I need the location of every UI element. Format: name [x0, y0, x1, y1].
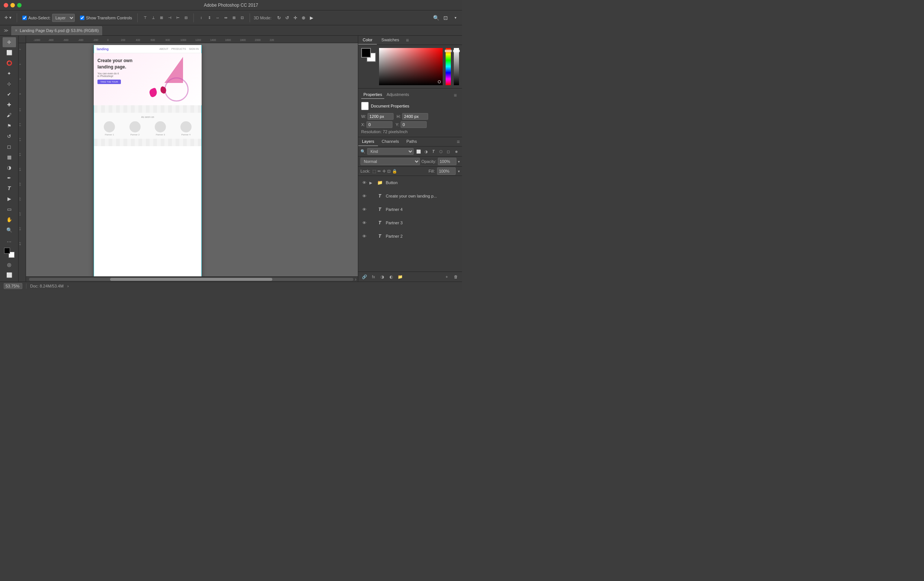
brush-tool-btn[interactable]: 🖌 [3, 110, 16, 120]
tab-properties[interactable]: Properties [361, 91, 384, 99]
new-layer-icon[interactable]: + [444, 273, 450, 280]
layers-list[interactable]: 👁 ▶ 📁 Button 👁 ▶ T Create your own landi… [358, 176, 462, 272]
rect-shape-btn[interactable]: ▭ [3, 204, 16, 214]
filter-type-icon[interactable]: T [430, 148, 437, 155]
pan-icon[interactable]: ✛ [292, 14, 299, 21]
tab-paths[interactable]: Paths [403, 137, 421, 146]
y-input[interactable] [401, 121, 427, 128]
layer-effects-icon[interactable]: fx [370, 273, 377, 280]
color-spectrum-slider[interactable] [446, 48, 451, 85]
lock-paint-icon[interactable]: ✏ [378, 169, 381, 174]
opacity-dropdown[interactable]: ▾ [458, 160, 460, 163]
scale3d-icon[interactable]: ▶ [308, 14, 315, 21]
tab-color[interactable]: Color [358, 36, 377, 45]
dist-left-icon[interactable]: ⇔ [222, 14, 229, 21]
show-transform-checkbox[interactable] [80, 16, 84, 20]
hand-tool-btn[interactable]: ✋ [3, 215, 16, 224]
blend-mode-select[interactable]: Normal Multiply Screen Overlay [360, 158, 420, 165]
dist-hcenter-icon[interactable]: ⊞ [230, 14, 238, 21]
dist-vcenter-icon[interactable]: ⇕ [206, 14, 213, 21]
opacity-input[interactable] [438, 158, 456, 165]
show-transform-label[interactable]: Show Transform Controls [79, 15, 134, 21]
filter-adjust-icon[interactable]: ◑ [422, 148, 429, 155]
lock-artboard-icon[interactable]: ⊡ [387, 169, 391, 174]
orbit-icon[interactable]: ↻ [275, 14, 283, 21]
dist-right-icon[interactable]: ⊡ [238, 14, 246, 21]
adjustment-layer-icon[interactable]: ◐ [388, 273, 395, 280]
layer-visibility-partner3[interactable]: 👁 [361, 220, 367, 226]
lasso-tool-btn[interactable]: ⭕ [3, 58, 16, 68]
clone-tool-btn[interactable]: ⚑ [3, 121, 16, 131]
layer-visibility-partner2[interactable]: 👁 [361, 233, 367, 239]
horizontal-scrollbar[interactable]: › [26, 276, 358, 282]
x-input[interactable] [366, 121, 393, 128]
lock-position-icon[interactable]: ✛ [383, 169, 386, 174]
color-panel-menu[interactable]: ≡ [404, 36, 411, 44]
path-selection-btn[interactable]: ▶ [3, 194, 16, 204]
opacity-cursor[interactable] [453, 50, 460, 52]
lock-all-icon[interactable]: 🔒 [392, 169, 397, 174]
foreground-color-swatch[interactable] [361, 48, 371, 58]
add-link-icon[interactable]: 🔗 [361, 273, 368, 280]
scroll-right-arrow[interactable]: › [355, 277, 356, 282]
pen-tool-btn[interactable]: ✒ [3, 173, 16, 183]
spectrum-cursor[interactable] [445, 50, 452, 52]
filter-smartobj-icon[interactable]: ◻ [445, 148, 452, 155]
tab-swatches[interactable]: Swatches [377, 36, 404, 45]
zoom-tool-btn[interactable]: 🔍 [3, 225, 16, 235]
new-group-icon[interactable]: 📁 [397, 273, 404, 280]
tab-channels[interactable]: Channels [378, 137, 403, 146]
document-tab[interactable]: × Landing Page Day 6.psd @ 53.8% (RGB/8) [11, 26, 103, 35]
move-tool[interactable]: ✛ ▾ [3, 15, 13, 21]
eyedropper-btn[interactable]: ✔ [3, 89, 16, 99]
scrollbar-track[interactable] [29, 278, 353, 281]
window-controls[interactable] [4, 3, 21, 7]
layer-item-partner4[interactable]: 👁 ▶ T Partner 4 [358, 203, 462, 216]
canvas-area[interactable]: -1000 -800 -600 -400 -200 0 200 400 600 … [18, 36, 358, 282]
align-hcenter-icon[interactable]: ⊢ [174, 14, 182, 21]
workspace-dropdown-icon[interactable]: ▾ [452, 14, 459, 21]
layer-visibility-create[interactable]: 👁 [361, 193, 367, 199]
layer-visibility-partner4[interactable]: 👁 [361, 206, 367, 212]
status-next-arrow[interactable]: › [67, 284, 69, 288]
layer-item-partner3[interactable]: 👁 ▶ T Partner 3 [358, 216, 462, 229]
layer-mask-icon[interactable]: ◑ [379, 273, 386, 280]
fill-input[interactable] [437, 167, 456, 175]
layer-item-create[interactable]: 👁 ▶ T Create your own landing p... [358, 189, 462, 203]
gradient-cursor[interactable] [438, 80, 441, 83]
maximize-button[interactable] [17, 3, 21, 7]
gradient-btn[interactable]: ▦ [3, 152, 16, 162]
marquee-tool-btn[interactable]: ⬜ [3, 48, 16, 58]
more-tools-btn[interactable]: … [3, 236, 16, 246]
layer-item-button[interactable]: 👁 ▶ 📁 Button [358, 176, 462, 189]
tool-dropdown[interactable]: ▾ [9, 15, 12, 20]
minimize-button[interactable] [10, 3, 15, 7]
align-top-icon[interactable]: ⊤ [141, 14, 149, 21]
zoom-input[interactable] [4, 283, 22, 289]
tab-adjustments[interactable]: Adjustments [384, 91, 411, 99]
height-input[interactable] [402, 113, 428, 120]
opacity-slider[interactable] [454, 48, 459, 85]
filter-shape-icon[interactable]: ⬡ [437, 148, 444, 155]
dodge-btn[interactable]: ◑ [3, 163, 16, 173]
close-button[interactable] [4, 3, 8, 7]
layers-panel-menu[interactable]: ≡ [455, 138, 462, 145]
slide-icon[interactable]: ⊕ [300, 14, 307, 21]
filter-toggle[interactable]: ● [453, 148, 460, 155]
crop-tool-btn[interactable]: ⊹ [3, 79, 16, 89]
layer-item-partner2[interactable]: 👁 ▶ T Partner 2 [358, 229, 462, 243]
layer-visibility-button[interactable]: 👁 [361, 180, 367, 186]
filter-pixel-icon[interactable]: ⬜ [415, 148, 422, 155]
tab-close-button[interactable]: × [15, 28, 18, 33]
width-input[interactable] [368, 113, 394, 120]
auto-select-checkbox[interactable] [22, 16, 27, 20]
search-icon[interactable]: 🔍 [432, 14, 440, 21]
type-tool-btn[interactable]: T [3, 183, 16, 193]
eraser-btn[interactable]: ◻ [3, 142, 16, 152]
layer-kind-select[interactable]: Kind Name Effect [367, 148, 414, 155]
align-bottom-icon[interactable]: ⊞ [158, 14, 165, 21]
dist-top-icon[interactable]: ↕ [198, 14, 205, 21]
spot-heal-btn[interactable]: ✚ [3, 100, 16, 110]
color-gradient-picker[interactable] [379, 48, 443, 85]
fill-dropdown[interactable]: ▾ [458, 169, 460, 173]
